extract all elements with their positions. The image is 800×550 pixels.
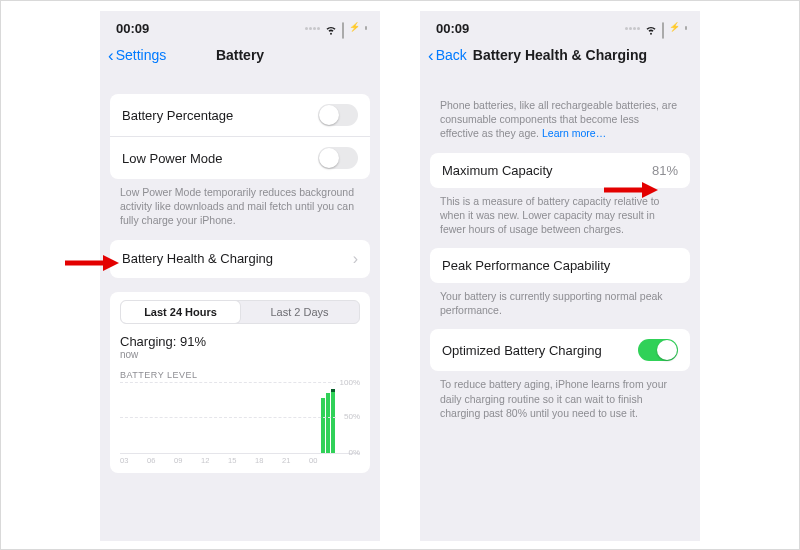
wifi-icon <box>324 22 338 36</box>
battery-charging-icon: ⚡ <box>342 23 364 35</box>
battery-charging-icon: ⚡ <box>662 23 684 35</box>
y-0: 0% <box>348 448 360 457</box>
chart-x-axis: 0306091215182100 <box>120 456 360 465</box>
charging-sub: now <box>120 349 360 360</box>
row-label: Peak Performance Capability <box>442 258 610 273</box>
low-power-footer: Low Power Mode temporarily reduces backg… <box>110 179 370 240</box>
peak-footer: Your battery is currently supporting nor… <box>430 283 690 329</box>
cellular-dots-icon <box>625 27 640 30</box>
back-button[interactable]: ‹ Back <box>428 47 467 64</box>
row-battery-percentage[interactable]: Battery Percentage <box>110 94 370 136</box>
seg-last-24h[interactable]: Last 24 Hours <box>121 301 240 323</box>
wifi-icon <box>644 22 658 36</box>
row-label: Battery Health & Charging <box>122 251 273 266</box>
chart-bar <box>326 393 330 453</box>
row-low-power-mode[interactable]: Low Power Mode <box>110 136 370 179</box>
phone-battery-settings: 00:09 ⚡ ‹ Settings Battery Battery Perce… <box>100 11 380 541</box>
clock: 00:09 <box>436 21 469 36</box>
toggle-optimized-charging[interactable] <box>638 339 678 361</box>
chart-bar <box>321 398 325 453</box>
nav-header: ‹ Back Battery Health & Charging <box>420 42 700 72</box>
row-battery-health[interactable]: Battery Health & Charging › <box>110 240 370 278</box>
row-label: Maximum Capacity <box>442 163 553 178</box>
usage-card: Last 24 Hours Last 2 Days Charging: 91% … <box>110 292 370 473</box>
chevron-left-icon: ‹ <box>428 47 434 64</box>
nav-header: ‹ Settings Battery <box>100 42 380 72</box>
back-label: Back <box>436 47 467 63</box>
charging-status: Charging: 91% <box>120 334 360 349</box>
clock: 00:09 <box>116 21 149 36</box>
intro-text: Phone batteries, like all rechargeable b… <box>430 76 690 153</box>
annotation-arrow-left <box>63 254 119 272</box>
page-title: Battery Health & Charging <box>473 47 647 63</box>
svg-marker-3 <box>642 182 658 198</box>
annotation-arrow-right <box>602 181 658 199</box>
cellular-dots-icon <box>305 27 320 30</box>
chevron-right-icon: › <box>353 250 358 268</box>
status-icons: ⚡ <box>305 22 364 36</box>
learn-more-link[interactable]: Learn more… <box>542 127 606 139</box>
page-title: Battery <box>100 47 380 63</box>
y-50: 50% <box>344 412 360 421</box>
time-range-segmented[interactable]: Last 24 Hours Last 2 Days <box>120 300 360 324</box>
row-optimized-charging[interactable]: Optimized Battery Charging <box>430 329 690 371</box>
status-bar: 00:09 ⚡ <box>420 11 700 42</box>
status-bar: 00:09 ⚡ <box>100 11 380 42</box>
row-label: Optimized Battery Charging <box>442 343 602 358</box>
row-label: Battery Percentage <box>122 108 233 123</box>
svg-marker-1 <box>103 255 119 271</box>
maximum-capacity-value: 81% <box>652 163 678 178</box>
phone-battery-health: 00:09 ⚡ ‹ Back Battery Health & Charging… <box>420 11 700 541</box>
row-label: Low Power Mode <box>122 151 222 166</box>
chart-bar <box>331 389 335 453</box>
battery-level-chart: 100% 50% 0% <box>120 382 360 454</box>
row-peak-performance[interactable]: Peak Performance Capability <box>430 248 690 283</box>
y-100: 100% <box>340 378 360 387</box>
chart-title: BATTERY LEVEL <box>120 370 360 380</box>
seg-last-2d[interactable]: Last 2 Days <box>240 301 359 323</box>
toggle-battery-percentage[interactable] <box>318 104 358 126</box>
toggle-low-power-mode[interactable] <box>318 147 358 169</box>
status-icons: ⚡ <box>625 22 684 36</box>
opt-footer: To reduce battery aging, iPhone learns f… <box>430 371 690 432</box>
